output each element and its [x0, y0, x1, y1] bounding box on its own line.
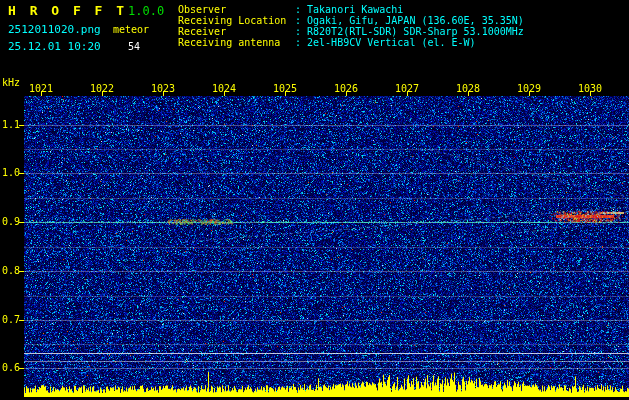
time-tick-label: 1025	[273, 83, 297, 94]
app-version: 1.0.0	[128, 4, 164, 18]
time-tick-label: 1027	[395, 83, 419, 94]
info-label: Receiving Location	[178, 15, 295, 26]
hrofft-output: H R O F F T 1.0.0 2512011020.png meteor …	[0, 0, 629, 400]
meteor-count: 54	[128, 41, 140, 52]
spectrogram-canvas	[0, 0, 629, 400]
station-info: Observer: Takanori Kawachi Receiving Loc…	[178, 4, 524, 48]
mode-label: meteor	[113, 24, 149, 35]
time-tick-label: 1029	[517, 83, 541, 94]
time-tick-label: 1026	[334, 83, 358, 94]
time-tick-label: 1030	[578, 83, 602, 94]
info-value: : Ogaki, Gifu, JAPAN (136.60E, 35.35N)	[295, 15, 524, 26]
app-title: H R O F F T	[8, 3, 127, 18]
freq-axis-unit: kHz	[2, 77, 20, 88]
info-row-observer: Observer: Takanori Kawachi	[178, 4, 524, 15]
info-value: : 2el-HB9CV Vertical (el. E-W)	[295, 37, 476, 48]
time-tick-label: 1022	[90, 83, 114, 94]
time-tick-label: 1021	[29, 83, 53, 94]
info-row-antenna: Receiving antenna: 2el-HB9CV Vertical (e…	[178, 37, 524, 48]
info-row-receiver: Receiver: R820T2(RTL-SDR) SDR-Sharp 53.1…	[178, 26, 524, 37]
info-value: : Takanori Kawachi	[295, 4, 403, 15]
freq-tick-label: 1.0	[2, 167, 20, 178]
time-tick-label: 1024	[212, 83, 236, 94]
freq-tick-label: 0.9	[2, 216, 20, 227]
freq-tick-label: 1.1	[2, 119, 20, 130]
info-label: Receiver	[178, 26, 295, 37]
timestamp: 25.12.01 10:20	[8, 40, 101, 53]
freq-tick-label: 0.8	[2, 265, 20, 276]
time-tick-label: 1023	[151, 83, 175, 94]
info-value: : R820T2(RTL-SDR) SDR-Sharp 53.1000MHz	[295, 26, 524, 37]
output-filename: 2512011020.png	[8, 23, 101, 36]
freq-tick-label: 0.6	[2, 362, 20, 373]
freq-tick-label: 0.7	[2, 314, 20, 325]
time-tick-label: 1028	[456, 83, 480, 94]
info-row-location: Receiving Location: Ogaki, Gifu, JAPAN (…	[178, 15, 524, 26]
info-label: Receiving antenna	[178, 37, 295, 48]
info-label: Observer	[178, 4, 295, 15]
